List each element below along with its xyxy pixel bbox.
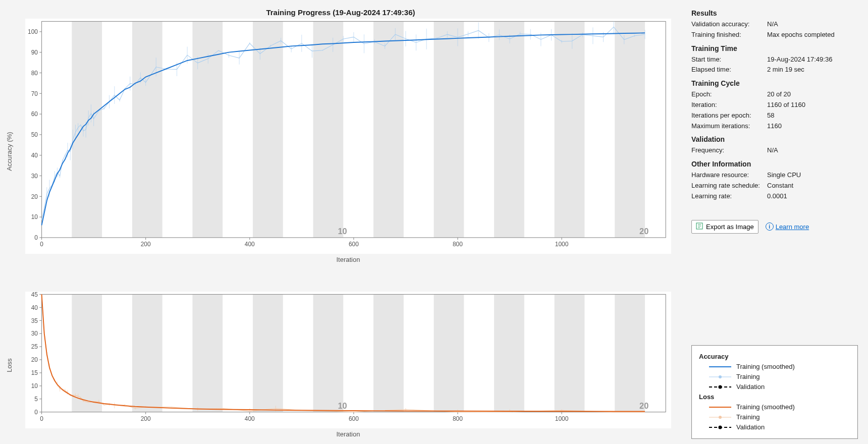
learn-more-link[interactable]: Learn more bbox=[776, 223, 809, 231]
svg-rect-2 bbox=[192, 21, 223, 237]
info-value: 19-Aug-2024 17:49:36 bbox=[767, 54, 858, 65]
accuracy-xlabel: Iteration bbox=[25, 256, 671, 263]
info-key: Learning rate: bbox=[691, 191, 767, 202]
section-heading: Results bbox=[691, 9, 858, 17]
svg-text:70: 70 bbox=[31, 90, 38, 97]
info-key: Training finished: bbox=[691, 30, 767, 40]
export-label: Export as Image bbox=[706, 223, 754, 231]
svg-point-214 bbox=[719, 375, 722, 378]
svg-rect-5 bbox=[373, 21, 404, 237]
info-key: Epoch: bbox=[691, 89, 767, 100]
info-key: Frequency: bbox=[691, 145, 767, 156]
section-heading: Training Cycle bbox=[691, 79, 858, 87]
info-row: Training finished:Max epochs completed bbox=[691, 30, 858, 40]
section-heading: Other Information bbox=[691, 160, 858, 168]
info-icon: i bbox=[766, 223, 774, 231]
svg-rect-1 bbox=[132, 21, 162, 237]
info-row: Learning rate schedule:Constant bbox=[691, 181, 858, 191]
info-key: Maximum iterations: bbox=[691, 121, 767, 132]
info-key: Iterations per epoch: bbox=[691, 110, 767, 121]
svg-text:200: 200 bbox=[141, 415, 151, 422]
info-key: Elapsed time: bbox=[691, 65, 767, 75]
svg-text:400: 400 bbox=[245, 415, 255, 422]
legend-label: Training bbox=[736, 413, 760, 421]
loss-chart: 051015202530354045020040060080010001020 bbox=[25, 292, 671, 428]
svg-text:20: 20 bbox=[31, 356, 38, 363]
svg-text:50: 50 bbox=[31, 131, 38, 138]
svg-rect-0 bbox=[72, 21, 102, 237]
svg-text:80: 80 bbox=[31, 70, 38, 77]
svg-rect-4 bbox=[313, 21, 343, 237]
accuracy-chart: 0102030405060708090100020040060080010001… bbox=[25, 19, 671, 254]
info-row: Elapsed time:2 min 19 sec bbox=[691, 65, 858, 75]
info-value: 1160 of 1160 bbox=[767, 100, 858, 110]
info-key: Start time: bbox=[691, 54, 767, 65]
export-button[interactable]: Export as Image bbox=[691, 220, 758, 234]
svg-rect-135 bbox=[615, 294, 645, 412]
info-value: N/A bbox=[767, 19, 858, 30]
info-value: 2 min 19 sec bbox=[767, 65, 858, 75]
info-value: Max epochs completed bbox=[767, 30, 858, 40]
svg-text:200: 200 bbox=[141, 241, 151, 248]
info-row: Learning rate:0.0001 bbox=[691, 191, 858, 202]
legend-row: Training bbox=[709, 413, 850, 421]
svg-text:20: 20 bbox=[639, 401, 648, 410]
svg-text:10: 10 bbox=[31, 213, 38, 220]
svg-text:30: 30 bbox=[31, 330, 38, 337]
legend-row: Training (smoothed) bbox=[709, 363, 850, 370]
legend: Accuracy Training (smoothed) Training Va… bbox=[691, 345, 858, 439]
section-heading: Validation bbox=[691, 135, 858, 143]
svg-text:600: 600 bbox=[349, 415, 359, 422]
legend-loss-heading: Loss bbox=[699, 393, 850, 401]
legend-row: Validation bbox=[709, 423, 850, 431]
svg-text:0: 0 bbox=[40, 241, 43, 248]
svg-text:40: 40 bbox=[31, 304, 38, 311]
info-row: Hardware resource:Single CPU bbox=[691, 170, 858, 181]
info-value: Single CPU bbox=[767, 170, 858, 181]
svg-text:100: 100 bbox=[28, 28, 38, 35]
info-panel: ResultsValidation accuracy:N/ATraining f… bbox=[691, 5, 858, 202]
info-value: 58 bbox=[767, 110, 858, 121]
info-value: 1160 bbox=[767, 121, 858, 132]
svg-text:0: 0 bbox=[34, 234, 38, 241]
svg-point-216 bbox=[719, 385, 722, 388]
svg-text:20: 20 bbox=[639, 227, 648, 236]
legend-label: Training bbox=[736, 373, 760, 380]
svg-point-219 bbox=[719, 416, 722, 419]
svg-text:10: 10 bbox=[31, 382, 38, 390]
svg-rect-126 bbox=[72, 294, 102, 412]
info-value: 20 of 20 bbox=[767, 89, 858, 100]
info-key: Hardware resource: bbox=[691, 170, 767, 181]
svg-text:30: 30 bbox=[31, 173, 38, 180]
svg-text:0: 0 bbox=[34, 408, 38, 415]
svg-text:400: 400 bbox=[245, 241, 255, 248]
svg-point-221 bbox=[719, 425, 722, 429]
svg-text:800: 800 bbox=[453, 415, 463, 422]
svg-rect-129 bbox=[253, 294, 283, 412]
legend-label: Validation bbox=[736, 423, 765, 431]
svg-text:800: 800 bbox=[453, 241, 463, 248]
svg-text:5: 5 bbox=[34, 396, 38, 403]
svg-text:1000: 1000 bbox=[555, 415, 569, 422]
svg-text:60: 60 bbox=[31, 110, 38, 118]
accuracy-ylabel: Accuracy (%) bbox=[6, 132, 13, 171]
info-key: Validation accuracy: bbox=[691, 19, 767, 30]
svg-rect-7 bbox=[494, 21, 524, 237]
svg-text:1000: 1000 bbox=[555, 241, 569, 248]
info-value: 0.0001 bbox=[767, 191, 858, 202]
svg-rect-131 bbox=[373, 294, 404, 412]
svg-rect-132 bbox=[434, 294, 464, 412]
svg-rect-134 bbox=[555, 294, 585, 412]
info-row: Frequency:N/A bbox=[691, 145, 858, 156]
svg-rect-128 bbox=[192, 294, 223, 412]
legend-row: Training bbox=[709, 373, 850, 380]
svg-rect-3 bbox=[253, 21, 283, 237]
legend-accuracy-heading: Accuracy bbox=[699, 353, 850, 360]
svg-text:40: 40 bbox=[31, 152, 38, 159]
svg-rect-9 bbox=[615, 21, 645, 237]
svg-text:25: 25 bbox=[31, 343, 38, 350]
svg-rect-127 bbox=[132, 294, 162, 412]
info-row: Maximum iterations:1160 bbox=[691, 121, 858, 132]
svg-text:10: 10 bbox=[338, 401, 347, 410]
svg-text:35: 35 bbox=[31, 317, 38, 324]
